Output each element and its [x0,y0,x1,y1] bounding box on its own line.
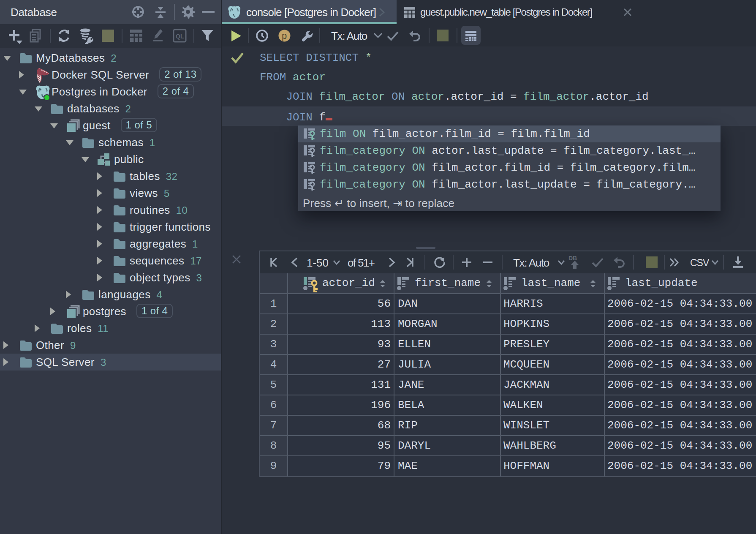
svg-text:DB: DB [568,255,577,262]
svg-text:p: p [282,30,287,41]
svg-text:QL: QL [176,33,184,40]
